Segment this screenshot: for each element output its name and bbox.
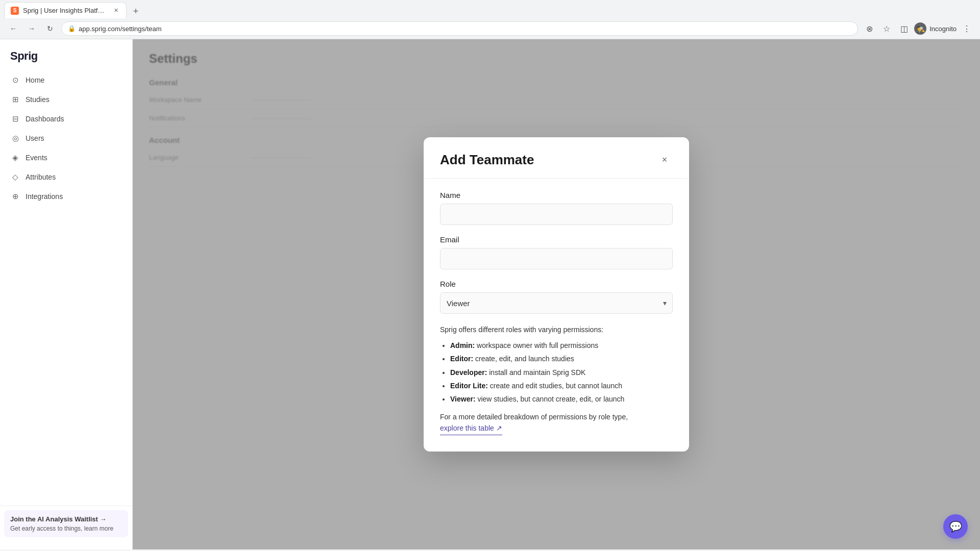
bookmark-icon[interactable]: ☆ (879, 21, 894, 36)
role-select-wrapper: Admin Editor Developer Editor Lite Viewe… (440, 292, 673, 314)
sidebar-item-integrations-label: Integrations (26, 192, 63, 201)
modal-header: Add Teammate × (424, 137, 689, 179)
active-tab[interactable]: S Sprig | User Insights Platform for... … (4, 2, 127, 18)
incognito-avatar: 🕵 (914, 22, 926, 35)
browser-chrome: S Sprig | User Insights Platform for... … (0, 0, 980, 39)
email-label: Email (440, 235, 673, 244)
email-input[interactable] (440, 248, 673, 269)
roles-list: Admin: workspace owner with full permiss… (440, 340, 673, 405)
browser-tabs: S Sprig | User Insights Platform for... … (0, 0, 980, 18)
events-icon: ◈ (10, 153, 20, 163)
attributes-icon: ◇ (10, 172, 20, 182)
ai-banner-description: Get early access to things, learn more (10, 525, 122, 532)
name-label: Name (440, 191, 673, 199)
role-label: Role (440, 280, 673, 288)
sidebar-item-dashboards-label: Dashboards (26, 115, 64, 123)
sidebar-item-home-label: Home (26, 76, 44, 84)
add-teammate-modal: Add Teammate × Name Email (424, 137, 689, 451)
sidebar-item-attributes[interactable]: ◇ Attributes (4, 168, 128, 186)
role-developer-item: Developer: install and maintain Sprig SD… (450, 367, 673, 378)
sidebar-item-events[interactable]: ◈ Events (4, 148, 128, 167)
email-form-group: Email (440, 235, 673, 269)
role-admin-desc: workspace owner with full permissions (477, 341, 598, 349)
role-admin-name: Admin: (450, 341, 475, 349)
sidebar-item-integrations[interactable]: ⊕ Integrations (4, 187, 128, 206)
sidebar-item-attributes-label: Attributes (26, 173, 56, 181)
role-editor-item: Editor: create, edit, and launch studies (450, 353, 673, 364)
role-editor-lite-name: Editor Lite: (450, 382, 488, 390)
ai-banner[interactable]: Join the AI Analysis Waitlist → Get earl… (4, 510, 128, 537)
roles-description-intro: Sprig offers different roles with varyin… (440, 324, 673, 335)
new-tab-button[interactable]: + (129, 4, 143, 18)
tab-favicon: S (11, 7, 19, 15)
sidebar-item-home[interactable]: ⊙ Home (4, 71, 128, 89)
tab-close-button[interactable]: ✕ (112, 7, 120, 15)
explore-link-label: explore this table (440, 422, 494, 434)
role-editor-name: Editor: (450, 355, 473, 363)
role-select[interactable]: Admin Editor Developer Editor Lite Viewe… (440, 292, 673, 314)
chat-widget-button[interactable]: 💬 (943, 514, 968, 539)
sidebar-nav: ⊙ Home ⊞ Studies ⊟ Dashboards ◎ Users ◈ … (0, 71, 132, 502)
main-content: Settings General Workspace Name ————————… (133, 39, 980, 549)
role-editor-lite-item: Editor Lite: create and edit studies, bu… (450, 380, 673, 391)
sidebar-item-studies[interactable]: ⊞ Studies (4, 90, 128, 109)
sidebar-item-users[interactable]: ◎ Users (4, 129, 128, 147)
reload-button[interactable]: ↻ (43, 21, 57, 36)
role-editor-lite-desc: create and edit studies, but cannot laun… (490, 382, 622, 390)
name-input[interactable] (440, 204, 673, 225)
browser-extensions-icon[interactable]: ◫ (897, 21, 911, 36)
studies-icon: ⊞ (10, 94, 20, 105)
back-button[interactable]: ← (6, 21, 20, 36)
cast-icon[interactable]: ⊗ (862, 21, 876, 36)
roles-description: Sprig offers different roles with varyin… (440, 324, 673, 435)
name-form-group: Name (440, 191, 673, 225)
role-viewer-desc: view studies, but cannot create, edit, o… (477, 395, 624, 403)
modal-body: Name Email Role Admin (424, 179, 689, 451)
browser-toolbar: ← → ↻ 🔒 app.sprig.com/settings/team ⊗ ☆ … (0, 18, 980, 39)
role-viewer-name: Viewer: (450, 395, 476, 403)
modal-close-button[interactable]: × (656, 152, 673, 168)
lock-icon: 🔒 (68, 25, 76, 32)
sidebar-item-studies-label: Studies (26, 95, 50, 104)
chat-icon: 💬 (949, 520, 962, 533)
home-icon: ⊙ (10, 75, 20, 85)
ai-banner-title: Join the AI Analysis Waitlist → (10, 515, 122, 523)
dashboards-icon: ⊟ (10, 114, 20, 124)
close-icon: × (662, 155, 668, 165)
app-container: Sprig ⊙ Home ⊞ Studies ⊟ Dashboards ◎ Us… (0, 39, 980, 549)
role-developer-name: Developer: (450, 368, 487, 377)
tab-title: Sprig | User Insights Platform for... (23, 7, 108, 14)
url-text: app.sprig.com/settings/team (79, 25, 162, 33)
role-editor-desc: create, edit, and launch studies (475, 355, 574, 363)
explore-text: For a more detailed breakdown of permiss… (440, 413, 628, 421)
address-bar[interactable]: 🔒 app.sprig.com/settings/team (61, 21, 858, 36)
external-link-icon: ↗ (496, 422, 502, 434)
sidebar-bottom: Join the AI Analysis Waitlist → Get earl… (0, 506, 132, 541)
integrations-icon: ⊕ (10, 191, 20, 202)
explore-link-section: For a more detailed breakdown of permiss… (440, 411, 673, 435)
role-developer-desc: install and maintain Sprig SDK (489, 368, 585, 377)
sidebar-item-dashboards[interactable]: ⊟ Dashboards (4, 110, 128, 128)
incognito-badge: 🕵 Incognito (914, 22, 957, 35)
users-icon: ◎ (10, 133, 20, 143)
sidebar: Sprig ⊙ Home ⊞ Studies ⊟ Dashboards ◎ Us… (0, 39, 133, 549)
sidebar-item-users-label: Users (26, 134, 44, 142)
role-viewer-item: Viewer: view studies, but cannot create,… (450, 393, 673, 405)
forward-button[interactable]: → (24, 21, 39, 36)
sidebar-item-events-label: Events (26, 154, 47, 162)
modal-overlay[interactable]: Add Teammate × Name Email (133, 39, 980, 549)
incognito-label: Incognito (929, 25, 957, 33)
more-options-icon[interactable]: ⋮ (960, 21, 974, 36)
role-admin-item: Admin: workspace owner with full permiss… (450, 340, 673, 351)
toolbar-icons: ⊗ ☆ ◫ 🕵 Incognito ⋮ (862, 21, 974, 36)
role-form-group: Role Admin Editor Developer Editor Lite … (440, 280, 673, 314)
modal-title: Add Teammate (440, 152, 534, 168)
sidebar-logo: Sprig (0, 47, 132, 71)
explore-table-link[interactable]: explore this table ↗ (440, 422, 502, 435)
